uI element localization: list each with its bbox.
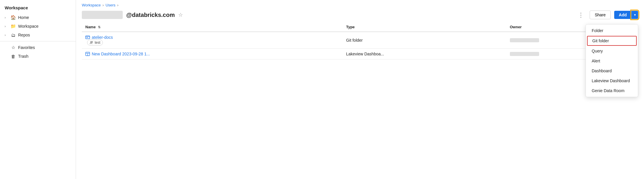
sidebar-item-label: Workspace bbox=[18, 24, 39, 29]
file-name-cell: New Dashboard 2023-09-28 1... bbox=[82, 49, 342, 59]
sidebar-item-workspace[interactable]: › 📁 Workspace bbox=[0, 22, 76, 31]
workspace-icon: 📁 bbox=[11, 24, 16, 29]
dropdown-item-lakeview-dashboard[interactable]: Lakeview Dashboard bbox=[586, 76, 638, 86]
dropdown-item-query[interactable]: Query bbox=[586, 46, 638, 56]
file-name-cell: atelier-docs test bbox=[82, 32, 342, 49]
more-options-button[interactable]: ⋮ bbox=[576, 10, 586, 20]
main-header: @databricks.com ☆ ⋮ Share Add ▾ Folder G… bbox=[76, 9, 644, 22]
file-link[interactable]: atelier-docs bbox=[85, 35, 339, 40]
sidebar-item-label: Repos bbox=[18, 33, 30, 37]
dropdown-item-genie-data-room[interactable]: Genie Data Room bbox=[586, 86, 638, 96]
sort-icon: ⇅ bbox=[98, 25, 101, 29]
sidebar-item-label: Favorites bbox=[18, 45, 35, 50]
col-name[interactable]: Name ⇅ bbox=[82, 22, 342, 32]
dashboard-link[interactable]: New Dashboard 2023-09-28 1... bbox=[85, 52, 339, 56]
user-placeholder bbox=[82, 11, 123, 19]
share-button[interactable]: Share bbox=[590, 10, 610, 19]
breadcrumb-sep-2: › bbox=[117, 3, 118, 7]
breadcrumb-sep-1: › bbox=[103, 3, 104, 7]
users-icon bbox=[90, 41, 94, 45]
breadcrumb-users[interactable]: Users bbox=[105, 3, 115, 7]
dropdown-item-folder[interactable]: Folder bbox=[586, 26, 638, 36]
home-icon: 🏠 bbox=[11, 15, 16, 20]
sidebar: Workspace › 🏠 Home › 📁 Workspace › 🗂 Rep… bbox=[0, 0, 76, 179]
dropdown-item-alert[interactable]: Alert bbox=[586, 56, 638, 66]
table-row: New Dashboard 2023-09-28 1... Lakeview D… bbox=[82, 49, 638, 59]
add-button-group: Add ▾ bbox=[614, 11, 638, 19]
sidebar-item-trash[interactable]: 🗑 Trash bbox=[0, 52, 76, 61]
sidebar-item-favorites[interactable]: ☆ Favorites bbox=[0, 43, 76, 52]
dashboard-icon bbox=[85, 52, 90, 56]
add-button[interactable]: Add bbox=[614, 11, 631, 19]
git-folder-icon bbox=[85, 35, 90, 40]
favorite-star-icon[interactable]: ☆ bbox=[178, 12, 183, 18]
table-row: atelier-docs test Git folder bbox=[82, 32, 638, 49]
svg-point-2 bbox=[91, 41, 92, 43]
add-dropdown-button[interactable]: ▾ bbox=[631, 11, 638, 19]
chevron-icon: › bbox=[5, 25, 8, 28]
repos-icon: 🗂 bbox=[11, 32, 16, 38]
sidebar-item-label: Home bbox=[18, 15, 29, 20]
chevron-icon: › bbox=[5, 16, 8, 19]
file-table-container: Name ⇅ Type Owner bbox=[76, 22, 644, 179]
dropdown-item-dashboard[interactable]: Dashboard bbox=[586, 66, 638, 76]
dropdown-item-git-folder[interactable]: Git folder bbox=[587, 36, 637, 46]
sidebar-item-home[interactable]: › 🏠 Home bbox=[0, 13, 76, 22]
test-badge: test bbox=[87, 40, 103, 45]
sidebar-item-repos[interactable]: › 🗂 Repos bbox=[0, 31, 76, 39]
file-table: Name ⇅ Type Owner bbox=[82, 22, 638, 59]
user-email: @databricks.com bbox=[126, 12, 175, 18]
main-panel: Workspace › Users › @databricks.com ☆ ⋮ … bbox=[76, 0, 644, 179]
sidebar-title: Workspace bbox=[0, 3, 76, 13]
trash-icon: 🗑 bbox=[11, 54, 16, 59]
sidebar-item-label: Trash bbox=[18, 54, 28, 59]
breadcrumb: Workspace › Users › bbox=[76, 0, 644, 9]
svg-point-3 bbox=[92, 41, 93, 43]
breadcrumb-workspace[interactable]: Workspace bbox=[82, 3, 101, 7]
add-dropdown-menu: Folder Git folder Query Alert Dashboard … bbox=[586, 24, 638, 97]
file-type-cell: Lakeview Dashboa... bbox=[342, 49, 506, 59]
col-type[interactable]: Type bbox=[342, 22, 506, 32]
chevron-icon: › bbox=[5, 34, 8, 37]
file-type-cell: Git folder bbox=[342, 32, 506, 49]
divider bbox=[0, 41, 76, 41]
star-icon: ☆ bbox=[11, 45, 16, 50]
